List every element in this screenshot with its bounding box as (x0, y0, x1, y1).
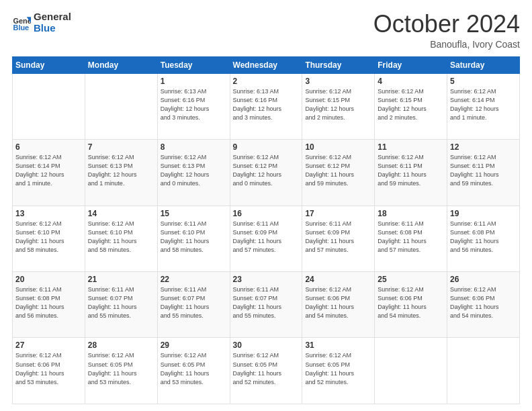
calendar-cell: 8Sunrise: 6:12 AM Sunset: 6:13 PM Daylig… (157, 140, 230, 205)
day-number: 12 (450, 142, 517, 152)
calendar-cell: 30Sunrise: 6:12 AM Sunset: 6:05 PM Dayli… (230, 338, 302, 404)
calendar-cell: 29Sunrise: 6:12 AM Sunset: 6:05 PM Dayli… (157, 338, 230, 404)
svg-text:Blue: Blue (13, 24, 30, 32)
calendar-cell: 15Sunrise: 6:11 AM Sunset: 6:10 PM Dayli… (157, 205, 230, 271)
day-number: 2 (233, 77, 300, 86)
logo-general: General (34, 11, 71, 22)
calendar-cell: 7Sunrise: 6:12 AM Sunset: 6:13 PM Daylig… (85, 140, 157, 205)
calendar-week-1: 1Sunrise: 6:13 AM Sunset: 6:16 PM Daylig… (13, 73, 520, 139)
day-number: 1 (161, 77, 227, 86)
day-number: 10 (305, 142, 371, 152)
weekday-header-sunday: Sunday (13, 56, 85, 73)
day-detail: Sunrise: 6:12 AM Sunset: 6:05 PM Dayligh… (233, 351, 300, 386)
calendar-cell: 28Sunrise: 6:12 AM Sunset: 6:05 PM Dayli… (85, 338, 157, 404)
calendar-cell (13, 73, 85, 139)
calendar-cell: 3Sunrise: 6:12 AM Sunset: 6:15 PM Daylig… (302, 73, 375, 139)
day-detail: Sunrise: 6:12 AM Sunset: 6:06 PM Dayligh… (450, 285, 517, 320)
day-detail: Sunrise: 6:12 AM Sunset: 6:05 PM Dayligh… (88, 351, 154, 386)
weekday-header-thursday: Thursday (302, 56, 375, 73)
day-detail: Sunrise: 6:12 AM Sunset: 6:06 PM Dayligh… (378, 285, 444, 320)
day-number: 9 (233, 142, 300, 152)
day-number: 6 (15, 142, 82, 152)
day-number: 25 (378, 275, 444, 284)
day-number: 22 (161, 275, 227, 284)
logo-blue: Blue (34, 22, 71, 34)
calendar-cell: 24Sunrise: 6:12 AM Sunset: 6:06 PM Dayli… (302, 272, 375, 338)
day-number: 26 (450, 275, 517, 284)
calendar-cell: 16Sunrise: 6:11 AM Sunset: 6:09 PM Dayli… (230, 205, 302, 271)
calendar-cell (447, 338, 520, 404)
day-number: 14 (88, 209, 154, 218)
calendar-cell: 4Sunrise: 6:12 AM Sunset: 6:15 PM Daylig… (375, 73, 447, 139)
day-number: 3 (305, 77, 371, 86)
day-number: 27 (15, 340, 82, 350)
calendar-cell: 12Sunrise: 6:12 AM Sunset: 6:11 PM Dayli… (447, 140, 520, 205)
calendar-cell: 14Sunrise: 6:12 AM Sunset: 6:10 PM Dayli… (85, 205, 157, 271)
calendar-cell (85, 73, 157, 139)
calendar-cell: 18Sunrise: 6:11 AM Sunset: 6:08 PM Dayli… (375, 205, 447, 271)
calendar-cell: 11Sunrise: 6:12 AM Sunset: 6:11 PM Dayli… (375, 140, 447, 205)
day-number: 17 (305, 209, 371, 218)
day-detail: Sunrise: 6:11 AM Sunset: 6:09 PM Dayligh… (305, 220, 371, 255)
day-number: 16 (233, 209, 300, 218)
weekday-header-friday: Friday (375, 56, 447, 73)
weekday-header-monday: Monday (85, 56, 157, 73)
weekday-header-tuesday: Tuesday (157, 56, 230, 73)
calendar-cell: 1Sunrise: 6:13 AM Sunset: 6:16 PM Daylig… (157, 73, 230, 139)
day-number: 19 (450, 209, 517, 218)
day-detail: Sunrise: 6:12 AM Sunset: 6:13 PM Dayligh… (161, 153, 227, 188)
day-detail: Sunrise: 6:12 AM Sunset: 6:10 PM Dayligh… (15, 220, 82, 255)
day-detail: Sunrise: 6:12 AM Sunset: 6:06 PM Dayligh… (15, 351, 82, 386)
day-number: 15 (161, 209, 227, 218)
day-detail: Sunrise: 6:12 AM Sunset: 6:05 PM Dayligh… (305, 351, 371, 386)
day-detail: Sunrise: 6:11 AM Sunset: 6:07 PM Dayligh… (161, 285, 227, 320)
day-detail: Sunrise: 6:12 AM Sunset: 6:10 PM Dayligh… (88, 220, 154, 255)
day-detail: Sunrise: 6:11 AM Sunset: 6:10 PM Dayligh… (161, 220, 227, 255)
day-detail: Sunrise: 6:12 AM Sunset: 6:14 PM Dayligh… (15, 153, 82, 188)
calendar-cell: 17Sunrise: 6:11 AM Sunset: 6:09 PM Dayli… (302, 205, 375, 271)
calendar-cell: 31Sunrise: 6:12 AM Sunset: 6:05 PM Dayli… (302, 338, 375, 404)
page: General Blue General Blue October 2024 B… (0, 0, 532, 411)
day-number: 28 (88, 340, 154, 350)
day-detail: Sunrise: 6:12 AM Sunset: 6:11 PM Dayligh… (378, 153, 444, 188)
day-number: 30 (233, 340, 300, 350)
calendar-cell: 20Sunrise: 6:11 AM Sunset: 6:08 PM Dayli… (13, 272, 85, 338)
day-number: 20 (15, 275, 82, 284)
day-detail: Sunrise: 6:12 AM Sunset: 6:12 PM Dayligh… (305, 153, 371, 188)
day-detail: Sunrise: 6:13 AM Sunset: 6:16 PM Dayligh… (161, 87, 227, 122)
location: Banoufla, Ivory Coast (373, 39, 520, 50)
calendar-week-3: 13Sunrise: 6:12 AM Sunset: 6:10 PM Dayli… (13, 205, 520, 271)
calendar-cell: 6Sunrise: 6:12 AM Sunset: 6:14 PM Daylig… (13, 140, 85, 205)
calendar-week-4: 20Sunrise: 6:11 AM Sunset: 6:08 PM Dayli… (13, 272, 520, 338)
calendar-cell: 26Sunrise: 6:12 AM Sunset: 6:06 PM Dayli… (447, 272, 520, 338)
weekday-header-wednesday: Wednesday (230, 56, 302, 73)
day-detail: Sunrise: 6:12 AM Sunset: 6:14 PM Dayligh… (450, 87, 517, 122)
day-number: 8 (161, 142, 227, 152)
calendar-cell: 9Sunrise: 6:12 AM Sunset: 6:12 PM Daylig… (230, 140, 302, 205)
calendar-cell: 2Sunrise: 6:13 AM Sunset: 6:16 PM Daylig… (230, 73, 302, 139)
day-detail: Sunrise: 6:11 AM Sunset: 6:07 PM Dayligh… (233, 285, 300, 320)
day-detail: Sunrise: 6:11 AM Sunset: 6:08 PM Dayligh… (450, 220, 517, 255)
day-number: 4 (378, 77, 444, 86)
day-detail: Sunrise: 6:12 AM Sunset: 6:06 PM Dayligh… (305, 285, 371, 320)
month-title: October 2024 (373, 11, 520, 38)
calendar-cell (375, 338, 447, 404)
weekday-header-saturday: Saturday (447, 56, 520, 73)
day-number: 21 (88, 275, 154, 284)
logo-icon: General Blue (12, 13, 31, 32)
logo: General Blue General Blue (12, 11, 71, 34)
calendar-week-5: 27Sunrise: 6:12 AM Sunset: 6:06 PM Dayli… (13, 338, 520, 404)
day-number: 5 (450, 77, 517, 86)
title-block: October 2024 Banoufla, Ivory Coast (373, 11, 520, 50)
calendar-cell: 21Sunrise: 6:11 AM Sunset: 6:07 PM Dayli… (85, 272, 157, 338)
day-number: 29 (161, 340, 227, 350)
day-detail: Sunrise: 6:11 AM Sunset: 6:08 PM Dayligh… (378, 220, 444, 255)
day-detail: Sunrise: 6:11 AM Sunset: 6:07 PM Dayligh… (88, 285, 154, 320)
header: General Blue General Blue October 2024 B… (12, 11, 520, 50)
calendar-cell: 22Sunrise: 6:11 AM Sunset: 6:07 PM Dayli… (157, 272, 230, 338)
day-detail: Sunrise: 6:11 AM Sunset: 6:09 PM Dayligh… (233, 220, 300, 255)
day-detail: Sunrise: 6:11 AM Sunset: 6:08 PM Dayligh… (15, 285, 82, 320)
calendar-cell: 10Sunrise: 6:12 AM Sunset: 6:12 PM Dayli… (302, 140, 375, 205)
day-detail: Sunrise: 6:12 AM Sunset: 6:15 PM Dayligh… (378, 87, 444, 122)
calendar-cell: 27Sunrise: 6:12 AM Sunset: 6:06 PM Dayli… (13, 338, 85, 404)
